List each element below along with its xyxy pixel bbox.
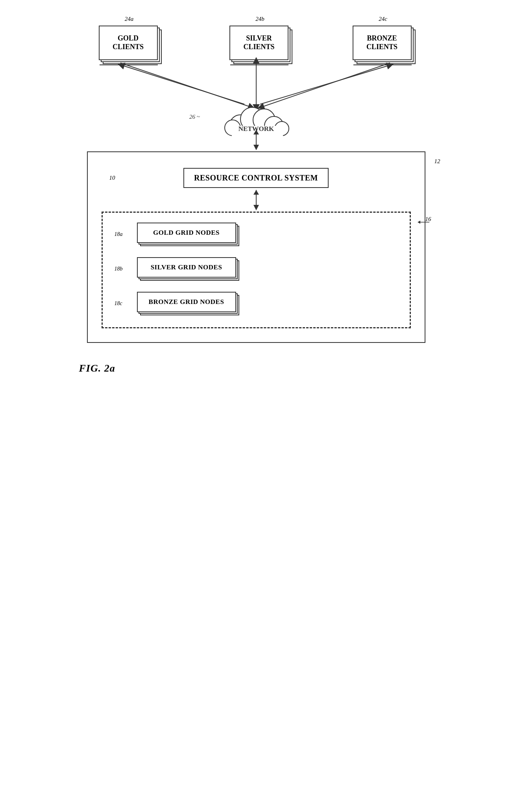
svg-marker-23 — [253, 145, 259, 150]
silver-clients-ref-label: 24b — [255, 16, 264, 22]
system-ref-label: 12 — [434, 158, 440, 165]
bronze-clients-group: 24c BRONZECLIENTS — [353, 16, 414, 63]
rcs-box: RESOURCE CONTROL SYSTEM — [183, 168, 329, 188]
gold-clients-group: 24a GOLDCLIENTS — [99, 16, 160, 63]
bronze-clients-label: BRONZECLIENTS — [353, 26, 412, 60]
bronze-clients-ref-label: 24c — [379, 16, 387, 22]
rcs-to-nodes-arrow — [102, 190, 411, 212]
svg-marker-27 — [253, 190, 259, 195]
dashed-box: 16 18a GOLD GRID NODES — [102, 212, 411, 328]
gold-grid-ref: 18a — [115, 231, 132, 238]
bronze-grid-ref: 18c — [115, 300, 132, 307]
bronze-grid-label: BRONZE GRID NODES — [137, 292, 236, 312]
dashed-ref-arrow — [418, 218, 430, 226]
silver-clients-group: 24b SILVERCLIENTS — [229, 16, 290, 63]
silver-clients-box: SILVERCLIENTS — [229, 26, 290, 63]
clients-row: 24a GOLDCLIENTS 24b SILVERCLIENTS — [79, 16, 433, 63]
rcs-ref-label: 10 — [109, 175, 115, 181]
gold-grid-box: GOLD GRID NODES — [137, 223, 239, 246]
arrow-rcs-nodes — [250, 190, 262, 212]
silver-grid-row: 18b SILVER GRID NODES — [115, 257, 398, 281]
silver-grid-box: SILVER GRID NODES — [137, 257, 239, 281]
rcs-label: RESOURCE CONTROL SYSTEM — [194, 173, 318, 182]
diagram-area: 24a GOLDCLIENTS 24b SILVERCLIENTS — [79, 16, 433, 374]
network-to-rcs-arrow — [79, 130, 433, 151]
arrow-network-rcs — [250, 130, 262, 151]
silver-grid-ref: 18b — [115, 266, 132, 272]
silver-grid-label: SILVER GRID NODES — [137, 257, 236, 278]
gold-grid-row: 18a GOLD GRID NODES — [115, 223, 398, 246]
svg-marker-29 — [418, 221, 420, 224]
bronze-grid-row: 18c BRONZE GRID NODES — [115, 292, 398, 315]
clients-section: 24a GOLDCLIENTS 24b SILVERCLIENTS — [79, 16, 433, 63]
bronze-grid-box: BRONZE GRID NODES — [137, 292, 239, 315]
silver-clients-label: SILVERCLIENTS — [229, 26, 288, 60]
page: 24a GOLDCLIENTS 24b SILVERCLIENTS — [0, 0, 512, 812]
svg-marker-26 — [253, 205, 259, 210]
svg-marker-24 — [253, 130, 259, 134]
bronze-clients-box: BRONZECLIENTS — [353, 26, 414, 63]
system-box: 12 10 RESOURCE CONTROL SYSTEM 16 — [87, 151, 425, 343]
gold-clients-box: GOLDCLIENTS — [99, 26, 160, 63]
rcs-row: 10 RESOURCE CONTROL SYSTEM — [102, 168, 411, 188]
gold-clients-ref-label: 24a — [125, 16, 134, 22]
gold-grid-label: GOLD GRID NODES — [137, 223, 236, 243]
svg-text:26 ~: 26 ~ — [189, 114, 200, 120]
connection-area: 26 ~ NETWORK — [79, 63, 433, 130]
figure-caption: FIG. 2a — [79, 363, 433, 374]
gold-clients-label: GOLDCLIENTS — [99, 26, 158, 60]
